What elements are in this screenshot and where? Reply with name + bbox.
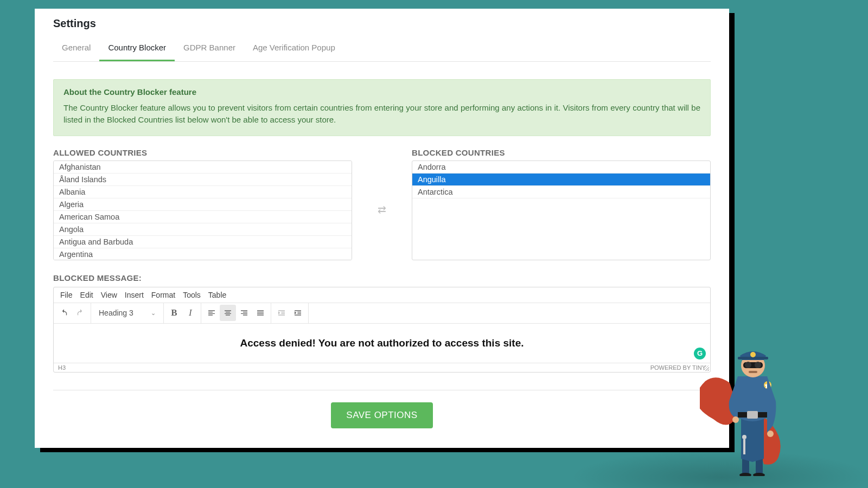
editor-menubar: FileEditViewInsertFormatToolsTable xyxy=(54,287,710,303)
tab-country-blocker[interactable]: Country Blocker xyxy=(99,35,175,61)
editor-content: Access denied! You are not authorized to… xyxy=(240,337,524,349)
list-item[interactable]: Algeria xyxy=(54,198,352,211)
info-box: About the Country Blocker feature The Co… xyxy=(53,79,711,136)
chevron-down-icon: ⌄ xyxy=(151,310,156,317)
editor-powered-by: POWERED BY TINY xyxy=(650,364,706,371)
list-item[interactable]: Andorra xyxy=(412,161,710,174)
list-item[interactable]: Angola xyxy=(54,223,352,236)
svg-rect-17 xyxy=(743,439,745,454)
blocked-message-label: BLOCKED MESSAGE: xyxy=(53,273,711,282)
list-item[interactable]: Argentina xyxy=(54,248,352,260)
svg-point-2 xyxy=(739,473,751,476)
svg-rect-15 xyxy=(749,371,757,373)
redo-button[interactable] xyxy=(72,305,88,321)
menu-file[interactable]: File xyxy=(60,291,73,299)
menu-format[interactable]: Format xyxy=(151,291,175,299)
undo-button[interactable] xyxy=(56,305,72,321)
svg-point-7 xyxy=(732,416,739,423)
align-right-button[interactable] xyxy=(236,305,252,321)
tabs: GeneralCountry BlockerGDPR BannerAge Ver… xyxy=(53,35,711,62)
info-title: About the Country Blocker feature xyxy=(63,87,700,97)
list-item[interactable]: Anguilla xyxy=(412,174,710,186)
menu-table[interactable]: Table xyxy=(208,291,226,299)
allowed-listbox[interactable]: AfghanistanÅland IslandsAlbaniaAlgeriaAm… xyxy=(53,160,352,260)
italic-button[interactable]: I xyxy=(182,305,199,321)
svg-point-14 xyxy=(750,352,756,357)
rich-text-editor: FileEditViewInsertFormatToolsTable Headi… xyxy=(53,287,711,373)
info-body: The Country Blocker feature allows you t… xyxy=(63,102,700,126)
format-select[interactable]: Heading 3 ⌄ xyxy=(93,309,161,317)
align-center-button[interactable] xyxy=(220,305,236,321)
bold-button[interactable]: B xyxy=(166,305,182,321)
list-item[interactable]: Antarctica xyxy=(412,186,710,198)
list-item[interactable]: Antigua and Barbuda xyxy=(54,236,352,248)
list-item[interactable]: Åland Islands xyxy=(54,174,352,186)
list-item[interactable]: Albania xyxy=(54,186,352,198)
editor-body[interactable]: Access denied! You are not authorized to… xyxy=(54,324,710,363)
tab-age-verification-popup[interactable]: Age Verification Popup xyxy=(244,35,344,61)
align-justify-button[interactable] xyxy=(252,305,269,321)
editor-toolbar: Heading 3 ⌄ B I xyxy=(54,303,710,324)
svg-rect-5 xyxy=(747,411,758,419)
swap-icon[interactable]: ⇄ xyxy=(378,203,386,216)
align-left-button[interactable] xyxy=(203,305,220,321)
list-item[interactable]: Afghanistan xyxy=(54,161,352,174)
tab-gdpr-banner[interactable]: GDPR Banner xyxy=(175,35,244,61)
list-item[interactable]: American Samoa xyxy=(54,211,352,223)
indent-button[interactable] xyxy=(290,305,306,321)
menu-tools[interactable]: Tools xyxy=(183,291,201,299)
svg-point-11 xyxy=(745,362,751,368)
blocked-listbox[interactable]: AndorraAnguillaAntarctica xyxy=(412,160,711,260)
blocked-heading: BLOCKED COUNTRIES xyxy=(412,148,711,157)
save-options-button[interactable]: SAVE OPTIONS xyxy=(331,402,432,428)
svg-point-16 xyxy=(742,435,746,439)
mascot-illustration xyxy=(700,341,797,476)
format-select-label: Heading 3 xyxy=(99,309,133,317)
editor-status-path: H3 xyxy=(58,364,66,371)
svg-point-8 xyxy=(767,431,774,437)
svg-point-12 xyxy=(755,362,761,368)
svg-point-3 xyxy=(753,473,765,476)
allowed-heading: ALLOWED COUNTRIES xyxy=(53,148,352,157)
menu-insert[interactable]: Insert xyxy=(125,291,144,299)
tab-general[interactable]: General xyxy=(53,35,99,61)
page-title: Settings xyxy=(35,9,729,35)
menu-view[interactable]: View xyxy=(101,291,117,299)
menu-edit[interactable]: Edit xyxy=(80,291,93,299)
outdent-button[interactable] xyxy=(273,305,290,321)
